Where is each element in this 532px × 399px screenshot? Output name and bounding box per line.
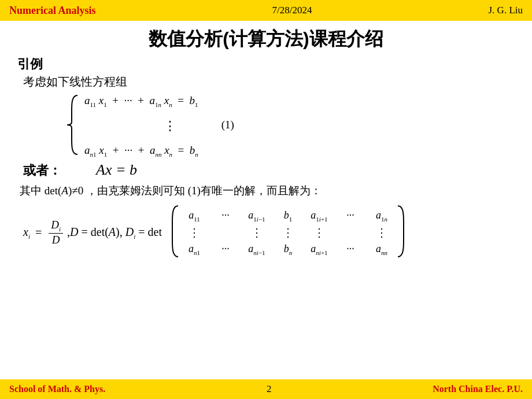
or-line: 或者： Ax = b bbox=[23, 161, 515, 179]
consider-text: 考虑如下线性方程组 bbox=[23, 74, 515, 90]
section-label: 引例 bbox=[17, 56, 515, 73]
equation-system: a11 x1 + ··· + a1n xn = b1 ⋮ an1 x1 + ··… bbox=[64, 92, 515, 158]
header: Numerical Analysis 7/28/2024 J. G. Liu bbox=[0, 0, 532, 21]
fraction: Di D bbox=[49, 219, 63, 247]
footer-right: North China Elec. P.U. bbox=[433, 384, 523, 394]
footer: School of Math. & Phys. 2 North China El… bbox=[0, 379, 532, 399]
eq-line-n: an1 x1 + ··· + ann xn = bn bbox=[84, 144, 198, 158]
matrix-row-dots: ⋮ ⋮ ⋮ ⋮ ⋮ bbox=[184, 226, 392, 239]
header-date: 7/28/2024 bbox=[272, 5, 312, 16]
left-brace bbox=[64, 93, 80, 157]
equations-column: a11 x1 + ··· + a1n xn = b1 ⋮ an1 x1 + ··… bbox=[84, 94, 198, 158]
matrix-wrap: a11 ··· a1i−1 b1 a1i+1 ··· a1n ⋮ ⋮ ⋮ ⋮ ⋮ bbox=[168, 204, 408, 261]
eq-line-dots: ⋮ bbox=[84, 119, 198, 134]
xi-formula: xi = Di D ,D = det(A), Di = det bbox=[23, 219, 162, 247]
main-content: 数值分析(计算方法)课程介绍 引例 考虑如下线性方程组 a11 x1 + ···… bbox=[0, 21, 532, 266]
matrix-row-n: an1 ··· ani−1 bn ani+1 ··· ann bbox=[184, 243, 392, 256]
header-title: Numerical Analysis bbox=[9, 5, 96, 17]
or-text: 或者： bbox=[23, 162, 61, 179]
header-author: J. G. Liu bbox=[489, 5, 523, 16]
det-line: 其中 det(A)≠0 ，由克莱姆法则可知 (1)有唯一的解，而且解为： bbox=[20, 183, 515, 200]
footer-left: School of Math. & Phys. bbox=[9, 384, 105, 394]
matrix-right-paren bbox=[396, 204, 408, 261]
eq-label: (1) bbox=[221, 119, 234, 131]
ax-eq-b: Ax = b bbox=[96, 161, 137, 179]
footer-page: 2 bbox=[267, 383, 272, 395]
matrix-row-1: a11 ··· a1i−1 b1 a1i+1 ··· a1n bbox=[184, 209, 392, 223]
slide-title: 数值分析(计算方法)课程介绍 bbox=[17, 27, 515, 52]
matrix-left-paren bbox=[168, 204, 180, 261]
eq-line-1: a11 x1 + ··· + a1n xn = b1 bbox=[84, 94, 198, 108]
matrix-body: a11 ··· a1i−1 b1 a1i+1 ··· a1n ⋮ ⋮ ⋮ ⋮ ⋮ bbox=[180, 207, 396, 258]
bottom-formula: xi = Di D ,D = det(A), Di = det a11 ··· bbox=[23, 204, 515, 261]
